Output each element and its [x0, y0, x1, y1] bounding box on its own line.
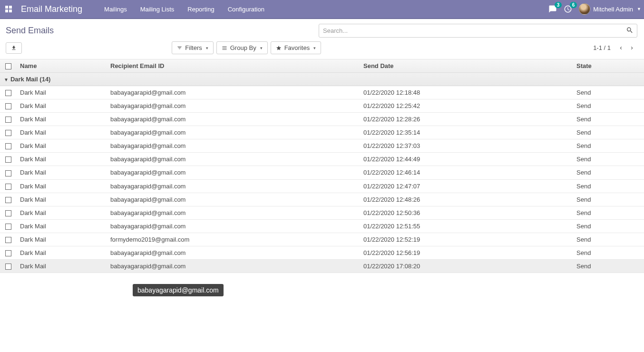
cell-state: Send — [573, 113, 644, 126]
cell-email: babayagarapid@gmail.com — [107, 113, 360, 126]
cell-state: Send — [573, 193, 644, 206]
cell-state: Send — [573, 126, 644, 139]
cell-date: 01/22/2020 12:35:14 — [360, 126, 573, 139]
svg-rect-3 — [9, 10, 12, 12]
table-row[interactable]: Dark Mailbabayagarapid@gmail.com01/22/20… — [0, 206, 644, 219]
data-table: Name Recipient Email ID Send Date State … — [0, 59, 644, 273]
table-row[interactable]: Dark Mailbabayagarapid@gmail.com01/22/20… — [0, 153, 644, 166]
cell-email: babayagarapid@gmail.com — [107, 206, 360, 219]
row-checkbox[interactable] — [5, 90, 11, 96]
caret-down-icon: ▾ — [313, 46, 316, 50]
nav-item-mailings[interactable]: Mailings — [98, 2, 133, 17]
row-checkbox[interactable] — [5, 156, 11, 163]
table-row[interactable]: Dark Mailbabayagarapid@gmail.com01/22/20… — [0, 246, 644, 259]
data-table-wrap: Name Recipient Email ID Send Date State … — [0, 59, 644, 273]
col-date-header[interactable]: Send Date — [360, 59, 573, 73]
caret-down-icon: ▼ — [637, 7, 641, 11]
cell-date: 01/22/2020 12:18:48 — [360, 86, 573, 99]
cell-state: Send — [573, 179, 644, 193]
col-state-header[interactable]: State — [573, 59, 644, 73]
filter-button-group: Filters ▾ Group By ▾ Favorites ▾ — [172, 41, 321, 54]
nav-item-configuration[interactable]: Configuration — [222, 2, 270, 17]
col-name-header[interactable]: Name — [16, 59, 107, 73]
user-menu[interactable]: Mitchell Admin ▼ — [579, 3, 641, 15]
nav-item-reporting[interactable]: Reporting — [182, 2, 220, 17]
cell-name: Dark Mail — [16, 99, 107, 113]
app-title[interactable]: Email Marketing — [21, 4, 82, 14]
download-icon — [11, 45, 17, 51]
row-checkbox[interactable] — [5, 224, 11, 230]
favorites-button[interactable]: Favorites ▾ — [271, 41, 321, 54]
table-row[interactable]: Dark Mailbabayagarapid@gmail.com01/22/20… — [0, 99, 644, 113]
groupby-button[interactable]: Group By ▾ — [216, 41, 268, 54]
row-checkbox[interactable] — [5, 237, 11, 243]
cell-name: Dark Mail — [16, 153, 107, 166]
table-row[interactable]: Dark Mailbabayagarapid@gmail.com01/22/20… — [0, 113, 644, 126]
cell-name: Dark Mail — [16, 126, 107, 139]
table-header-row: Name Recipient Email ID Send Date State — [0, 59, 644, 73]
star-icon — [276, 45, 282, 51]
row-checkbox[interactable] — [5, 143, 11, 149]
cell-state: Send — [573, 219, 644, 233]
row-checkbox[interactable] — [5, 264, 11, 270]
cell-date: 01/22/2020 12:28:26 — [360, 113, 573, 126]
row-checkbox[interactable] — [5, 117, 11, 123]
row-checkbox[interactable] — [5, 184, 11, 190]
table-row[interactable]: Dark Mailbabayagarapid@gmail.com01/22/20… — [0, 126, 644, 139]
cell-date: 01/22/2020 12:52:19 — [360, 233, 573, 246]
apps-icon[interactable] — [3, 3, 14, 15]
cell-name: Dark Mail — [16, 139, 107, 153]
table-row[interactable]: Dark Mailbabayagarapid@gmail.com01/22/20… — [0, 86, 644, 99]
activities-button[interactable]: 6 — [564, 5, 572, 13]
chevron-left-icon — [618, 45, 624, 51]
row-checkbox[interactable] — [5, 197, 11, 203]
funnel-icon — [177, 45, 182, 50]
cell-email: babayagarapid@gmail.com — [107, 219, 360, 233]
control-row: Send Emails — [0, 19, 644, 40]
cell-state: Send — [573, 166, 644, 179]
cell-name: Dark Mail — [16, 86, 107, 99]
row-checkbox[interactable] — [5, 250, 11, 256]
search-input[interactable] — [319, 24, 637, 38]
row-checkbox[interactable] — [5, 210, 11, 216]
table-row[interactable]: Dark Mailformydemo2019@gmail.com01/22/20… — [0, 233, 644, 246]
cell-date: 01/22/2020 17:08:20 — [360, 259, 573, 273]
cell-name: Dark Mail — [16, 219, 107, 233]
avatar — [579, 3, 590, 15]
cell-date: 01/22/2020 12:51:55 — [360, 219, 573, 233]
nav-menu: Mailings Mailing Lists Reporting Configu… — [98, 2, 270, 17]
group-row[interactable]: ▼Dark Mail (14) — [0, 73, 644, 86]
pager-text: 1-1 / 1 — [593, 44, 611, 51]
table-row[interactable]: Dark Mailbabayagarapid@gmail.com01/22/20… — [0, 193, 644, 206]
row-checkbox[interactable] — [5, 103, 11, 109]
table-row[interactable]: Dark Mailbabayagarapid@gmail.com01/22/20… — [0, 139, 644, 153]
col-email-header[interactable]: Recipient Email ID — [107, 59, 360, 73]
filters-button[interactable]: Filters ▾ — [172, 41, 213, 54]
cell-date: 01/22/2020 12:46:14 — [360, 166, 573, 179]
table-row[interactable]: Dark Mailbabayagarapid@gmail.com01/22/20… — [0, 179, 644, 193]
table-row[interactable]: Dark Mailbabayagarapid@gmail.com01/22/20… — [0, 166, 644, 179]
table-row[interactable]: Dark Mailbabayagarapid@gmail.com01/22/20… — [0, 219, 644, 233]
search-icon[interactable] — [626, 26, 634, 35]
cell-email: babayagarapid@gmail.com — [107, 166, 360, 179]
caret-down-icon: ▾ — [260, 46, 263, 50]
nav-item-mailing-lists[interactable]: Mailing Lists — [135, 2, 180, 17]
cell-email: babayagarapid@gmail.com — [107, 246, 360, 259]
cell-date: 01/22/2020 12:47:07 — [360, 179, 573, 193]
pager-next[interactable] — [627, 42, 637, 54]
download-button[interactable] — [6, 42, 22, 54]
row-checkbox[interactable] — [5, 170, 11, 176]
cell-state: Send — [573, 233, 644, 246]
conversations-button[interactable]: 3 — [548, 5, 557, 13]
cell-state: Send — [573, 99, 644, 113]
caret-down-icon: ▾ — [206, 46, 208, 50]
row-checkbox[interactable] — [5, 130, 11, 136]
cell-email: babayagarapid@gmail.com — [107, 139, 360, 153]
pager-prev[interactable] — [615, 42, 626, 54]
select-all-checkbox[interactable] — [5, 63, 11, 69]
cell-name: Dark Mail — [16, 193, 107, 206]
list-icon — [222, 45, 227, 51]
table-row[interactable]: Dark Mailbabayagarapid@gmail.com01/22/20… — [0, 259, 644, 273]
cell-email: babayagarapid@gmail.com — [107, 99, 360, 113]
cell-date: 01/22/2020 12:25:42 — [360, 99, 573, 113]
